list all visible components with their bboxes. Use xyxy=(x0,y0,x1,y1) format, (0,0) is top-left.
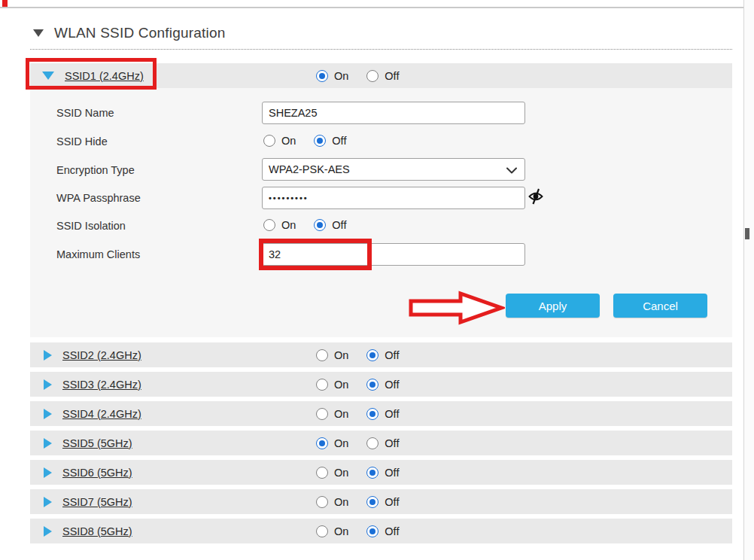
ssid1-collapse-icon[interactable] xyxy=(42,72,54,80)
ssid-hide-label: SSID Hide xyxy=(56,135,108,148)
ssid6-off-label: Off xyxy=(385,467,399,479)
maximum-clients-input[interactable] xyxy=(262,243,525,266)
ssid5-row: SSID5 (5GHz) On Off xyxy=(30,431,732,455)
ssid8-link[interactable]: SSID8 (5GHz) xyxy=(62,525,132,537)
dotted-divider xyxy=(30,49,732,50)
ssid7-off-label: Off xyxy=(385,496,399,508)
ssid2-row: SSID2 (2.4GHz) On Off xyxy=(30,342,732,367)
ssid4-row: SSID4 (2.4GHz) On Off xyxy=(30,401,732,426)
ssid5-off-radio[interactable] xyxy=(366,437,379,449)
window-top-border xyxy=(0,7,754,8)
ssid7-link[interactable]: SSID7 (5GHz) xyxy=(62,496,132,508)
ssid1-on-radio[interactable] xyxy=(316,70,328,82)
maximum-clients-label: Maximum Clients xyxy=(56,248,140,260)
ssid7-on-radio[interactable] xyxy=(316,496,328,508)
ssid8-off-radio[interactable] xyxy=(366,525,379,537)
ssid5-on-label: On xyxy=(334,437,348,449)
vertical-scrollbar-thumb[interactable] xyxy=(745,228,749,239)
ssid-isolation-on-radio[interactable] xyxy=(263,219,275,231)
ssid1-on-label: On xyxy=(334,70,348,82)
ssid3-on-label: On xyxy=(334,379,348,391)
ssid3-off-label: Off xyxy=(385,379,399,391)
ssid6-off-radio[interactable] xyxy=(366,467,379,479)
ssid8-on-radio[interactable] xyxy=(316,525,328,537)
ssid2-expand-icon[interactable] xyxy=(44,350,52,361)
ssid4-link[interactable]: SSID4 (2.4GHz) xyxy=(62,408,141,420)
ssid5-link[interactable]: SSID5 (5GHz) xyxy=(62,437,132,449)
encryption-type-label: Encryption Type xyxy=(56,164,135,176)
ssid6-on-radio[interactable] xyxy=(316,467,328,479)
cancel-button[interactable]: Cancel xyxy=(613,294,707,318)
ssid2-on-radio[interactable] xyxy=(316,349,328,361)
ssid6-on-label: On xyxy=(334,467,348,479)
ssid4-on-radio[interactable] xyxy=(316,408,328,420)
ssid-isolation-off-radio[interactable] xyxy=(314,219,326,231)
ssid-name-input[interactable] xyxy=(262,102,525,124)
ssid5-on-radio[interactable] xyxy=(316,437,328,449)
ssid3-row: SSID3 (2.4GHz) On Off xyxy=(30,372,732,397)
ssid-hide-off-radio[interactable] xyxy=(314,135,326,147)
ssid6-expand-icon[interactable] xyxy=(44,467,52,478)
ssid-isolation-label: SSID Isolation xyxy=(56,220,126,232)
wpa-passphrase-input[interactable] xyxy=(262,187,525,209)
ssid7-row: SSID7 (5GHz) On Off xyxy=(30,489,732,514)
ssid4-expand-icon[interactable] xyxy=(44,409,52,419)
eye-slash-icon xyxy=(527,188,544,205)
vertical-scrollbar-track[interactable] xyxy=(743,0,754,560)
ssid1-off-label: Off xyxy=(385,70,399,82)
ssid3-link[interactable]: SSID3 (2.4GHz) xyxy=(62,379,141,391)
ssid6-link[interactable]: SSID6 (5GHz) xyxy=(62,467,132,479)
ssid2-link[interactable]: SSID2 (2.4GHz) xyxy=(62,349,141,361)
ssid7-on-label: On xyxy=(334,496,348,508)
ssid1-off-radio[interactable] xyxy=(366,70,379,82)
ssid1-row: SSID1 (2.4GHz) On Off xyxy=(30,63,732,88)
ssid2-on-label: On xyxy=(334,349,348,361)
ssid7-off-radio[interactable] xyxy=(366,496,379,508)
ssid4-on-label: On xyxy=(334,408,348,420)
ssid-isolation-off-label: Off xyxy=(332,219,346,231)
ssid6-row: SSID6 (5GHz) On Off xyxy=(30,460,732,485)
ssid4-off-label: Off xyxy=(385,408,399,420)
ssid3-off-radio[interactable] xyxy=(366,379,379,391)
ssid-isolation-on-label: On xyxy=(281,219,296,231)
ssid5-off-label: Off xyxy=(385,437,399,449)
ssid2-off-radio[interactable] xyxy=(366,349,379,361)
ssid-hide-off-label: Off xyxy=(332,135,346,147)
wpa-passphrase-label: WPA Passphrase xyxy=(56,192,141,204)
encryption-type-select[interactable]: WPA2-PSK-AES xyxy=(262,158,525,181)
ssid4-off-radio[interactable] xyxy=(366,408,379,420)
ssid-hide-on-label: On xyxy=(281,135,296,147)
ssid7-expand-icon[interactable] xyxy=(44,497,52,507)
ssid8-row: SSID8 (5GHz) On Off xyxy=(30,519,732,543)
section-collapse-icon[interactable] xyxy=(33,29,44,37)
apply-button[interactable]: Apply xyxy=(506,294,600,318)
ssid3-expand-icon[interactable] xyxy=(44,379,52,390)
annotation-arrow-right xyxy=(407,288,505,327)
ssid1-link[interactable]: SSID1 (2.4GHz) xyxy=(65,70,144,82)
top-left-red-mark xyxy=(2,0,8,7)
ssid2-off-label: Off xyxy=(385,349,399,361)
ssid8-on-label: On xyxy=(334,525,348,537)
encryption-type-value: WPA2-PSK-AES xyxy=(269,163,350,175)
ssid8-off-label: Off xyxy=(385,525,399,537)
page-title: WLAN SSID Configuration xyxy=(54,25,225,41)
ssid3-on-radio[interactable] xyxy=(316,379,328,391)
ssid8-expand-icon[interactable] xyxy=(44,526,52,537)
chevron-down-icon xyxy=(506,167,517,174)
passphrase-visibility-toggle[interactable] xyxy=(527,188,544,205)
ssid-hide-on-radio[interactable] xyxy=(263,135,275,147)
ssid-name-label: SSID Name xyxy=(56,107,114,119)
section-header: WLAN SSID Configuration xyxy=(33,25,225,41)
ssid5-expand-icon[interactable] xyxy=(44,438,52,449)
